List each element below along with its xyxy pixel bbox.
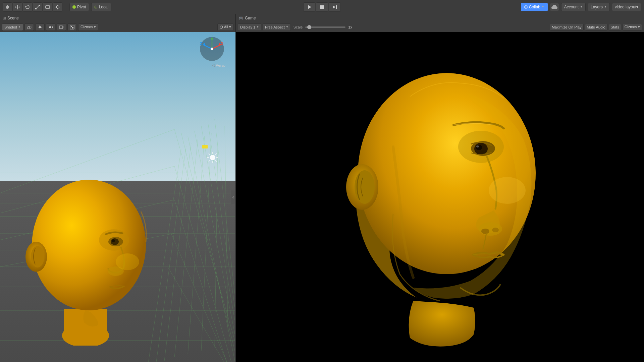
lighting-toggle[interactable] bbox=[35, 23, 45, 31]
svg-rect-27 bbox=[59, 26, 63, 28]
game-panel: 🎮 Game Display 1 ▼ Free Aspect ▼ Scale 1… bbox=[236, 14, 644, 362]
svg-line-98 bbox=[209, 160, 210, 162]
camera-preview[interactable] bbox=[57, 23, 66, 31]
account-button[interactable]: Account ▼ bbox=[561, 3, 586, 11]
cloud-button[interactable] bbox=[550, 3, 559, 11]
svg-marker-26 bbox=[49, 25, 51, 29]
svg-point-6 bbox=[56, 6, 59, 8]
scene-tab[interactable]: ⊞ Scene bbox=[3, 16, 19, 20]
svg-point-106 bbox=[476, 145, 479, 147]
main-area: ⊞ Scene Shaded ▼ 2D bbox=[0, 14, 644, 362]
scene-panel: ⊞ Scene Shaded ▼ 2D bbox=[0, 14, 236, 362]
rotate-tool[interactable] bbox=[23, 2, 32, 12]
svg-rect-31 bbox=[72, 27, 73, 28]
image-effects[interactable] bbox=[67, 23, 77, 31]
svg-point-12 bbox=[95, 6, 96, 7]
svg-rect-30 bbox=[71, 26, 72, 27]
svg-line-95 bbox=[209, 154, 210, 155]
game-toolbar: Display 1 ▼ Free Aspect ▼ Scale 1x Maxim… bbox=[236, 22, 644, 32]
svg-text:Z: Z bbox=[200, 42, 202, 46]
svg-point-21 bbox=[39, 26, 41, 28]
svg-text:X: X bbox=[221, 42, 223, 46]
sun-icon bbox=[207, 152, 219, 164]
svg-point-90 bbox=[210, 155, 215, 160]
svg-point-107 bbox=[479, 222, 502, 236]
scale-tool[interactable] bbox=[33, 2, 42, 12]
play-controls bbox=[303, 2, 341, 12]
svg-point-105 bbox=[476, 145, 482, 150]
scale-value: 1x bbox=[348, 25, 352, 29]
display-button[interactable]: Display 1 ▼ bbox=[238, 23, 261, 31]
mute-audio-button[interactable]: Mute Audio bbox=[585, 24, 607, 31]
svg-point-89 bbox=[211, 48, 213, 50]
scene-grid-icon: ⊞ bbox=[3, 16, 6, 20]
tool-group-transform bbox=[3, 2, 62, 12]
svg-point-75 bbox=[111, 238, 119, 245]
persp-label: ◁ ◁ Persp Persp bbox=[212, 63, 225, 67]
svg-marker-13 bbox=[308, 5, 311, 9]
svg-marker-28 bbox=[63, 26, 63, 28]
layers-button[interactable]: Layers ▼ bbox=[588, 3, 610, 11]
move-tool[interactable] bbox=[13, 2, 22, 12]
scene-panel-header: ⊞ Scene bbox=[0, 14, 235, 22]
gizmos-button[interactable]: Gizmos ▾ bbox=[78, 23, 98, 31]
svg-rect-15 bbox=[322, 5, 324, 9]
shaded-button[interactable]: Shaded ▼ bbox=[2, 23, 23, 31]
svg-rect-3 bbox=[39, 5, 40, 6]
scale-label: Scale bbox=[293, 25, 303, 29]
game-gizmos-button[interactable]: Gizmos ▾ bbox=[623, 24, 642, 31]
rect-tool[interactable] bbox=[43, 2, 52, 12]
separator-1 bbox=[66, 2, 66, 12]
collab-button[interactable]: Collab ▼ bbox=[521, 3, 548, 11]
svg-point-32 bbox=[220, 26, 223, 28]
svg-text:Y: Y bbox=[211, 36, 213, 38]
scene-viewport[interactable]: .grid-line { stroke: rgba(100,200,100,0.… bbox=[0, 32, 235, 362]
svg-line-96 bbox=[215, 160, 217, 162]
svg-rect-5 bbox=[46, 6, 50, 8]
game-head-3d bbox=[326, 46, 554, 348]
scene-head-3d bbox=[23, 158, 151, 346]
svg-rect-17 bbox=[336, 5, 337, 9]
collapse-button[interactable]: ◁ bbox=[231, 190, 235, 204]
aspect-button[interactable]: Free Aspect ▼ bbox=[263, 23, 291, 31]
scene-title: Scene bbox=[7, 16, 19, 20]
hand-tool[interactable] bbox=[3, 2, 12, 12]
scale-slider[interactable] bbox=[305, 26, 345, 28]
game-tab[interactable]: 🎮 Game bbox=[238, 16, 256, 20]
svg-line-97 bbox=[215, 154, 217, 155]
svg-point-78 bbox=[116, 253, 139, 270]
svg-point-109 bbox=[492, 228, 499, 232]
transform-tool[interactable] bbox=[53, 2, 62, 12]
local-button[interactable]: Local bbox=[91, 3, 112, 11]
scene-toolbar: Shaded ▼ 2D bbox=[0, 22, 235, 32]
play-button[interactable] bbox=[303, 2, 315, 12]
svg-rect-4 bbox=[35, 8, 37, 9]
layout-button[interactable]: video layout▾ bbox=[612, 3, 641, 11]
svg-point-76 bbox=[112, 239, 115, 242]
svg-point-72 bbox=[31, 246, 44, 267]
all-filter-button[interactable]: All ▾ bbox=[217, 23, 233, 31]
svg-point-110 bbox=[489, 177, 526, 204]
pivot-button[interactable]: Pivot bbox=[69, 3, 89, 11]
svg-rect-14 bbox=[320, 5, 322, 9]
stats-button[interactable]: Stats bbox=[609, 24, 621, 31]
axis-gizmo: Y X Z bbox=[199, 36, 225, 62]
svg-marker-16 bbox=[333, 5, 335, 9]
svg-point-70 bbox=[32, 180, 146, 310]
game-icon: 🎮 bbox=[238, 16, 244, 20]
game-panel-header: 🎮 Game bbox=[236, 14, 644, 22]
pause-button[interactable] bbox=[316, 2, 328, 12]
audio-toggle[interactable] bbox=[46, 23, 55, 31]
svg-point-108 bbox=[481, 229, 489, 234]
game-viewport[interactable] bbox=[236, 32, 644, 362]
2d-button[interactable]: 2D bbox=[24, 23, 34, 31]
maximize-on-play-button[interactable]: Maximize On Play bbox=[550, 24, 584, 31]
top-toolbar: Pivot Local bbox=[0, 0, 644, 14]
game-title: Game bbox=[245, 16, 256, 20]
step-button[interactable] bbox=[329, 2, 341, 12]
right-toolbar: Collab ▼ Account ▼ Layers ▼ video layout… bbox=[521, 3, 641, 11]
